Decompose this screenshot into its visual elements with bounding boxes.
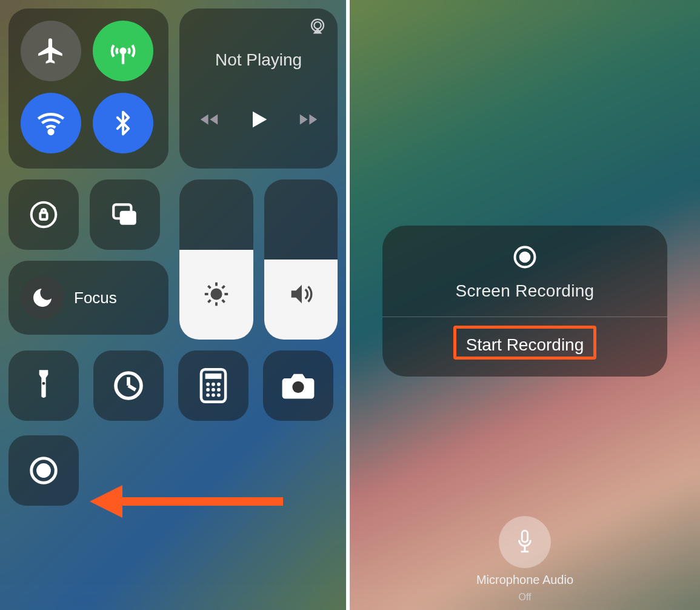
- svg-rect-13: [205, 374, 222, 379]
- wifi-icon: [36, 108, 66, 138]
- control-center-panel: Not Playing: [0, 0, 350, 610]
- screen-record-button[interactable]: [8, 435, 79, 506]
- popup-title: Screen Recording: [456, 281, 595, 301]
- calculator-button[interactable]: [178, 350, 248, 421]
- svg-point-23: [292, 381, 304, 393]
- airplane-icon: [36, 36, 66, 66]
- flashlight-button[interactable]: [8, 350, 79, 421]
- do-not-disturb-icon: [21, 276, 64, 320]
- screen-recording-popup: Screen Recording Start Recording: [382, 226, 667, 377]
- play-button[interactable]: [247, 106, 271, 133]
- bluetooth-icon: [110, 110, 136, 136]
- screen-mirroring-button[interactable]: [90, 179, 160, 250]
- svg-point-2: [49, 130, 53, 134]
- microphone-label: Microphone Audio: [476, 573, 573, 587]
- previous-track-button[interactable]: [197, 109, 221, 130]
- brightness-icon: [202, 280, 230, 308]
- calculator-icon: [199, 368, 227, 403]
- rotation-lock-button[interactable]: [8, 179, 79, 250]
- svg-point-14: [206, 383, 210, 386]
- svg-point-5: [32, 203, 56, 227]
- focus-button[interactable]: Focus: [8, 261, 168, 335]
- brightness-slider[interactable]: [179, 179, 253, 340]
- svg-rect-8: [120, 211, 136, 225]
- screen-record-icon: [27, 454, 60, 487]
- media-tile[interactable]: Not Playing: [179, 8, 338, 169]
- flashlight-icon: [30, 367, 57, 404]
- now-playing-status: Not Playing: [215, 50, 302, 70]
- volume-icon: [285, 280, 316, 308]
- screen-record-icon: [512, 244, 538, 270]
- svg-point-25: [38, 465, 50, 477]
- svg-point-17: [206, 388, 210, 392]
- timer-button[interactable]: [93, 350, 164, 421]
- start-recording-button[interactable]: Start Recording: [453, 329, 598, 361]
- connectivity-tile[interactable]: [8, 8, 168, 169]
- svg-point-29: [521, 253, 530, 262]
- previous-track-icon: [197, 109, 221, 130]
- rotation-lock-icon: [27, 198, 60, 231]
- svg-point-9: [212, 289, 221, 298]
- airplay-icon[interactable]: [308, 17, 327, 35]
- volume-slider[interactable]: [264, 179, 338, 340]
- svg-point-21: [212, 394, 215, 397]
- focus-label: Focus: [74, 289, 117, 307]
- play-icon: [247, 106, 271, 133]
- next-track-icon: [296, 109, 321, 130]
- svg-point-10: [42, 382, 45, 385]
- next-track-button[interactable]: [296, 109, 321, 130]
- svg-rect-6: [40, 213, 47, 220]
- svg-point-15: [212, 383, 215, 386]
- screen-mirroring-icon: [108, 199, 142, 230]
- svg-marker-27: [90, 485, 122, 518]
- svg-rect-30: [522, 531, 527, 542]
- airplane-mode-toggle[interactable]: [21, 21, 81, 81]
- camera-icon: [281, 371, 316, 400]
- svg-point-19: [217, 388, 221, 392]
- cellular-data-toggle[interactable]: [93, 21, 153, 81]
- bluetooth-toggle[interactable]: [93, 93, 153, 153]
- screen-recording-panel: Screen Recording Start Recording Microph…: [350, 0, 700, 610]
- microphone-toggle[interactable]: Microphone Audio Off: [476, 516, 573, 603]
- cellular-icon: [107, 35, 139, 67]
- svg-point-4: [314, 22, 321, 28]
- microphone-status: Off: [518, 592, 531, 603]
- camera-button[interactable]: [263, 350, 333, 421]
- wifi-toggle[interactable]: [21, 93, 81, 153]
- svg-point-16: [217, 383, 221, 386]
- timer-icon: [112, 369, 145, 403]
- svg-point-18: [212, 388, 215, 392]
- microphone-icon: [513, 529, 536, 555]
- annotation-arrow: [86, 480, 286, 523]
- svg-point-22: [217, 394, 221, 397]
- svg-point-20: [206, 394, 210, 397]
